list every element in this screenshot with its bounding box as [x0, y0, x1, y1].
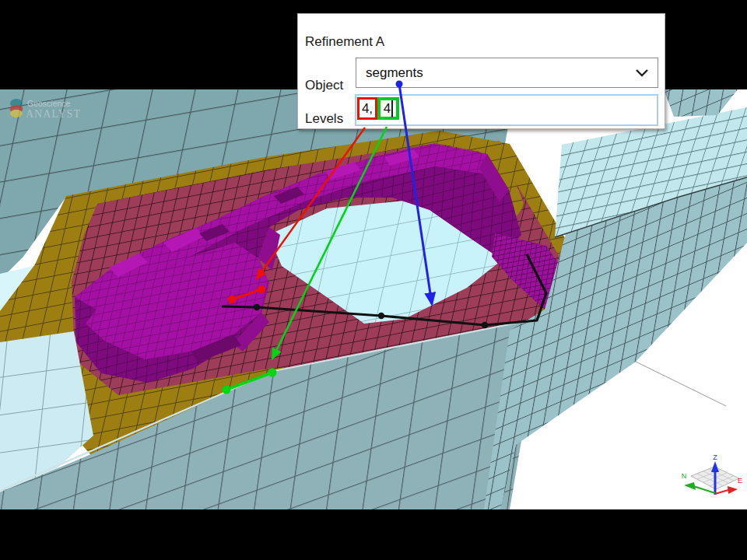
object-label: Object — [305, 78, 343, 93]
levels-label: Levels — [305, 111, 343, 127]
object-dropdown[interactable]: segments — [356, 58, 658, 88]
level-value-second-highlight: 4 — [377, 97, 399, 120]
e-axis-label: E — [738, 477, 742, 485]
levels-input[interactable]: 4, 4 — [355, 94, 658, 126]
refinement-dialog: Refinement A Object segments Levels 4, 4 — [297, 13, 665, 129]
z-axis-label: Z — [713, 453, 717, 461]
level-value-first: 4, — [362, 101, 373, 117]
polyline-vertex — [378, 313, 384, 319]
watermark-line1: Geoscience — [27, 99, 71, 108]
dialog-title: Refinement A — [305, 34, 384, 50]
app-window: Geoscience ANALYST Z N E Refinement A Ob… — [0, 0, 747, 560]
logo-sphere-icon — [10, 110, 23, 117]
n-axis-label: N — [682, 472, 687, 480]
level-value-second: 4 — [384, 101, 391, 117]
polyline-vertex — [254, 304, 260, 310]
chevron-down-icon — [636, 69, 648, 77]
polyline-vertex — [482, 322, 488, 328]
watermark-line2: ANALYST — [26, 108, 81, 120]
object-dropdown-value: segments — [366, 65, 423, 81]
text-cursor — [391, 100, 393, 117]
level-value-first-highlight: 4, — [357, 97, 377, 120]
